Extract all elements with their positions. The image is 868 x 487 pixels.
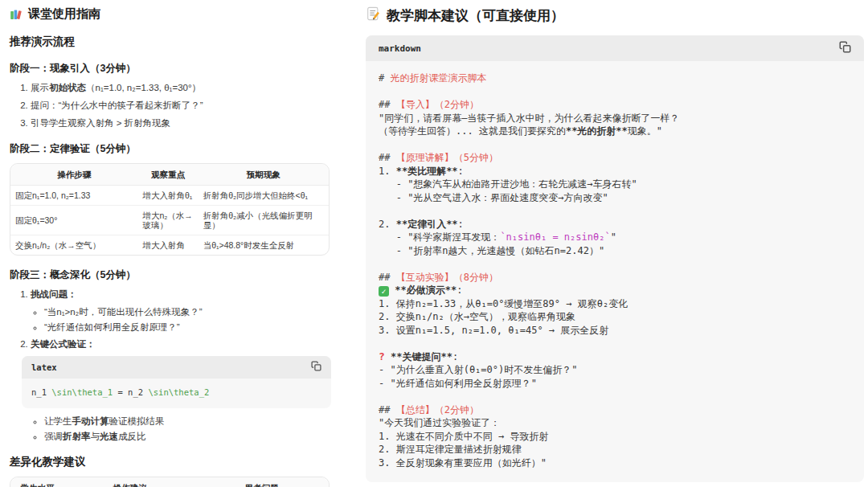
code-line: ✓ **必做演示**:	[379, 284, 851, 297]
code-line	[379, 85, 851, 99]
code-line: # 光的折射课堂演示脚本	[379, 72, 851, 85]
code-line	[379, 138, 851, 152]
table-cell: 固定n₁=1.0, n₂=1.33	[10, 186, 137, 206]
code-line: 3. 设置n₁=1.5, n₂=1.0, θ₁=45° → 展示全反射	[379, 324, 851, 338]
table-cell: 折射角θ₂减小（光线偏折更明显）	[199, 206, 329, 235]
list-item: 强调折射率与光速成反比	[44, 431, 330, 442]
list-item: 提问：“为什么水中的筷子看起来折断了？”	[31, 100, 330, 112]
column-header: 操作步骤	[10, 164, 137, 186]
code-line: - "光纤通信如何利用全反射原理？"	[379, 377, 851, 391]
code-line: "同学们，请看屏幕—当筷子插入水中时，为什么看起来像折断了一样？	[379, 112, 851, 125]
copy-icon	[311, 361, 321, 374]
code-line: 1. **类比理解**:	[379, 165, 851, 178]
table-cell: 增大入射角	[137, 235, 198, 255]
table-cell: 交换n₁/n₂（水→空气）	[10, 235, 137, 255]
memo-icon	[366, 6, 380, 25]
code-block-header: markdown	[366, 35, 864, 61]
list-item-label: 挑战问题：	[31, 289, 77, 299]
classroom-guide-panel: 课堂使用指南 推荐演示流程 阶段一：现象引入（3分钟） 展示初始状态（n₁=1.…	[0, 0, 330, 487]
stage3-list: 挑战问题： “当n₁>n₂时，可能出现什么特殊现象？” “光纤通信如何利用全反射…	[10, 289, 330, 442]
code-line: - "科学家斯涅耳发现：`n₁sinθ₁ = n₂sinθ₂`"	[379, 231, 851, 244]
code-lang-label: markdown	[379, 43, 421, 54]
column-header: 操作建议	[64, 477, 194, 487]
question-icon: ?	[379, 350, 385, 362]
table-cell: 增大n₂（水→玻璃）	[137, 206, 198, 235]
table-header-row: 操作步骤 观察重点 预期现象	[10, 164, 329, 186]
flow-heading: 推荐演示流程	[10, 35, 330, 49]
code-content: # 光的折射课堂演示脚本 ## 【导入】（2分钟） "同学们，请看屏幕—当筷子插…	[366, 61, 864, 482]
left-panel-title-text: 课堂使用指南	[28, 6, 100, 22]
code-line	[379, 337, 851, 350]
code-line	[379, 390, 851, 403]
app-root: 课堂使用指南 推荐演示流程 阶段一：现象引入（3分钟） 展示初始状态（n₁=1.…	[0, 0, 868, 487]
copy-button[interactable]	[839, 41, 851, 55]
latex-code-block: latex n_1 \sin\theta_1 = n_2 \sin\theta_…	[22, 356, 331, 408]
stage1-heading: 阶段一：现象引入（3分钟）	[10, 62, 330, 76]
code-line: 3. 全反射现象有重要应用（如光纤）"	[379, 456, 851, 470]
code-line	[379, 204, 851, 218]
markdown-code-block: markdown # 光的折射课堂演示脚本 ## 【导入】（2分钟） "同学们，…	[366, 35, 864, 482]
copy-button[interactable]	[311, 361, 321, 374]
code-line: 2. 斯涅耳定律定量描述折射规律	[379, 443, 851, 456]
stage3-heading: 阶段三：概念深化（5分钟）	[10, 268, 330, 282]
code-lang-label: latex	[31, 362, 57, 374]
differentiation-table: 学生水平 操作建议 思考问题 基础薄弱 从垂直入射(θ₁=0°)开始 “为什么垂…	[10, 477, 330, 487]
stage1-list: 展示初始状态（n₁=1.0, n₂=1.33, θ₁=30°） 提问：“为什么水…	[10, 82, 330, 129]
code-line: 2. 交换n₁/n₂（水→空气），观察临界角现象	[379, 310, 851, 324]
code-line: ## 【原理讲解】（5分钟）	[379, 151, 851, 165]
right-panel-title: 教学脚本建议（可直接使用）	[366, 6, 864, 25]
list-item: 引导学生观察入射角 > 折射角现象	[31, 117, 330, 129]
list-item: 展示初始状态（n₁=1.0, n₂=1.33, θ₁=30°）	[31, 82, 330, 94]
verification-notes-list: 让学生手动计算验证模拟结果 强调折射率与光速成反比	[31, 415, 330, 442]
table-row: 固定n₁=1.0, n₂=1.33 增大入射角θ₁ 折射角θ₂同步增大但始终<θ…	[10, 186, 329, 206]
code-line: - "想象汽车从柏油路开进沙地：右轮先减速→车身右转"	[379, 178, 851, 191]
list-item-label: 关键公式验证：	[31, 339, 96, 349]
right-panel-title-text: 教学脚本建议（可直接使用）	[387, 6, 564, 25]
column-header: 观察重点	[137, 164, 198, 186]
list-item: 关键公式验证： latex n_1	[31, 338, 330, 442]
differentiation-heading: 差异化教学建议	[10, 455, 330, 469]
stage2-heading: 阶段二：定律验证（5分钟）	[10, 142, 330, 156]
copy-icon	[839, 41, 851, 55]
column-header: 预期现象	[199, 164, 329, 186]
code-line: ## 【导入】（2分钟）	[379, 98, 851, 112]
code-line	[379, 257, 851, 271]
table-cell: 增大入射角θ₁	[137, 186, 198, 206]
code-line: - "为什么垂直入射(θ₁=0°)时不发生偏折？"	[379, 363, 851, 377]
table-row: 交换n₁/n₂（水→空气） 增大入射角 当θ₁>48.8°时发生全反射	[10, 235, 329, 255]
table-cell: 固定θ₁=30°	[10, 206, 137, 235]
books-icon	[10, 8, 23, 21]
code-content: n_1 \sin\theta_1 = n_2 \sin\theta_2	[22, 379, 331, 408]
list-item: “当n₁>n₂时，可能出现什么特殊现象？”	[44, 306, 330, 317]
code-line: ## 【总结】（2分钟）	[379, 403, 851, 417]
column-header: 学生水平	[10, 477, 64, 487]
list-item: 挑战问题： “当n₁>n₂时，可能出现什么特殊现象？” “光纤通信如何利用全反射…	[31, 289, 330, 333]
code-line: "今天我们通过实验验证了：	[379, 416, 851, 430]
code-line: - "折射率n越大，光速越慢（如钻石n=2.42）"	[379, 244, 851, 258]
demo-steps-table: 操作步骤 观察重点 预期现象 固定n₁=1.0, n₂=1.33 增大入射角θ₁…	[10, 163, 330, 256]
column-header: 思考问题	[195, 477, 329, 487]
list-item: “光纤通信如何利用全反射原理？”	[44, 321, 330, 333]
code-block-header: latex	[22, 356, 331, 379]
left-panel-title: 课堂使用指南	[10, 6, 330, 22]
challenge-questions-list: “当n₁>n₂时，可能出现什么特殊现象？” “光纤通信如何利用全反射原理？”	[31, 306, 330, 333]
check-icon: ✓	[379, 286, 389, 297]
code-line: （等待学生回答）... 这就是我们要探究的**光的折射**现象。"	[379, 125, 851, 138]
list-item: 让学生手动计算验证模拟结果	[44, 415, 330, 427]
code-line: ## 【互动实验】（8分钟）	[379, 271, 851, 284]
code-line: ? **关键提问**:	[379, 350, 851, 364]
code-line: 1. 光速在不同介质中不同 → 导致折射	[379, 430, 851, 444]
table-header-row: 学生水平 操作建议 思考问题	[10, 477, 329, 487]
teaching-script-panel: 教学脚本建议（可直接使用） markdown # 光的折射课堂演示脚本 ##	[330, 0, 868, 487]
table-cell: 当θ₁>48.8°时发生全反射	[199, 235, 329, 255]
code-line: 1. 保持n₂=1.33，从θ₁=0°缓慢增至89° → 观察θ₂变化	[379, 297, 851, 311]
code-line: 2. **定律引入**:	[379, 218, 851, 231]
code-line: - "光从空气进入水：界面处速度突变→方向改变"	[379, 191, 851, 205]
table-cell: 折射角θ₂同步增大但始终<θ₁	[199, 186, 329, 206]
table-row: 固定θ₁=30° 增大n₂（水→玻璃） 折射角θ₂减小（光线偏折更明显）	[10, 206, 329, 235]
